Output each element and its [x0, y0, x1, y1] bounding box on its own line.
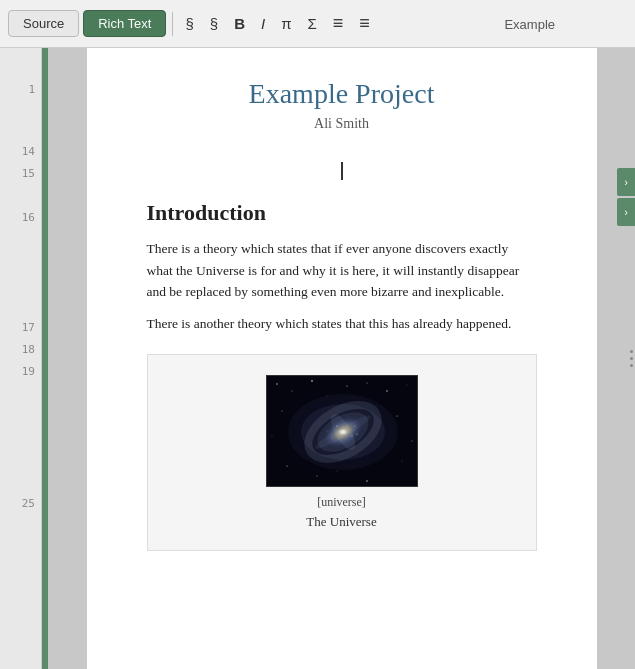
line-num-14: 14 — [22, 140, 35, 162]
svg-point-13 — [286, 466, 287, 467]
toolbar: Example Source Rich Text § § B I π Σ ≡ ≡ — [0, 0, 635, 48]
right-dots — [627, 48, 635, 669]
section-heading: Introduction — [147, 200, 537, 226]
svg-point-9 — [281, 411, 282, 412]
line-numbers: 1 14 15 16 17 18 19 25 — [0, 48, 42, 669]
italic-button[interactable]: I — [255, 12, 271, 35]
document-author: Ali Smith — [147, 116, 537, 132]
toolbar-title: Example — [504, 16, 555, 31]
image-caption: The Universe — [306, 514, 376, 530]
line-num-1: 1 — [28, 78, 35, 100]
text-cursor — [341, 162, 343, 180]
svg-point-6 — [366, 383, 367, 384]
separator-1 — [172, 12, 173, 36]
section-btn-1[interactable]: § — [179, 12, 199, 35]
line-num-18: 18 — [22, 338, 35, 360]
svg-point-16 — [366, 481, 367, 482]
dot-1 — [630, 350, 633, 353]
dot-2 — [630, 357, 633, 360]
richtext-tab[interactable]: Rich Text — [83, 10, 166, 37]
paragraph-2: There is another theory which states tha… — [147, 313, 537, 335]
svg-point-10 — [396, 416, 397, 417]
paragraph-1: There is a theory which states that if e… — [147, 238, 537, 303]
svg-point-1 — [276, 384, 277, 385]
galaxy-image — [266, 375, 418, 487]
unordered-list-button[interactable]: ≡ — [353, 10, 376, 37]
svg-point-26 — [336, 426, 337, 427]
cursor-area — [147, 162, 537, 180]
svg-point-8 — [406, 385, 407, 386]
document-area[interactable]: Example Project Ali Smith Introduction T… — [48, 48, 635, 669]
line-num-17: 17 — [22, 316, 35, 338]
svg-point-5 — [346, 386, 347, 387]
image-container: [universe] The Universe — [147, 354, 537, 551]
svg-point-31 — [356, 434, 357, 435]
svg-point-11 — [271, 436, 272, 437]
line-num-15: 15 — [22, 162, 35, 184]
line-num-16: 16 — [22, 206, 35, 228]
svg-point-29 — [354, 426, 355, 427]
svg-point-15 — [316, 476, 317, 477]
main-area: 1 14 15 16 17 18 19 25 Example Project A… — [0, 48, 635, 669]
pi-button[interactable]: π — [275, 12, 297, 35]
image-tag: [universe] — [317, 495, 366, 510]
line-num-19: 19 — [22, 360, 35, 382]
bold-button[interactable]: B — [228, 12, 251, 35]
dot-3 — [630, 364, 633, 367]
section-btn-2[interactable]: § — [204, 12, 224, 35]
sigma-button[interactable]: Σ — [302, 12, 323, 35]
page: Example Project Ali Smith Introduction T… — [87, 48, 597, 669]
document-title: Example Project — [147, 78, 537, 110]
galaxy-svg — [267, 376, 418, 487]
svg-point-12 — [411, 441, 412, 442]
svg-point-28 — [331, 438, 332, 439]
source-tab[interactable]: Source — [8, 10, 79, 37]
line-num-25: 25 — [22, 492, 35, 514]
svg-point-3 — [311, 381, 313, 383]
svg-point-27 — [351, 436, 352, 437]
svg-point-30 — [326, 431, 327, 432]
svg-point-7 — [386, 391, 387, 392]
svg-point-2 — [291, 391, 292, 392]
ordered-list-button[interactable]: ≡ — [327, 10, 350, 37]
svg-point-14 — [401, 461, 402, 462]
svg-point-17 — [336, 471, 337, 472]
